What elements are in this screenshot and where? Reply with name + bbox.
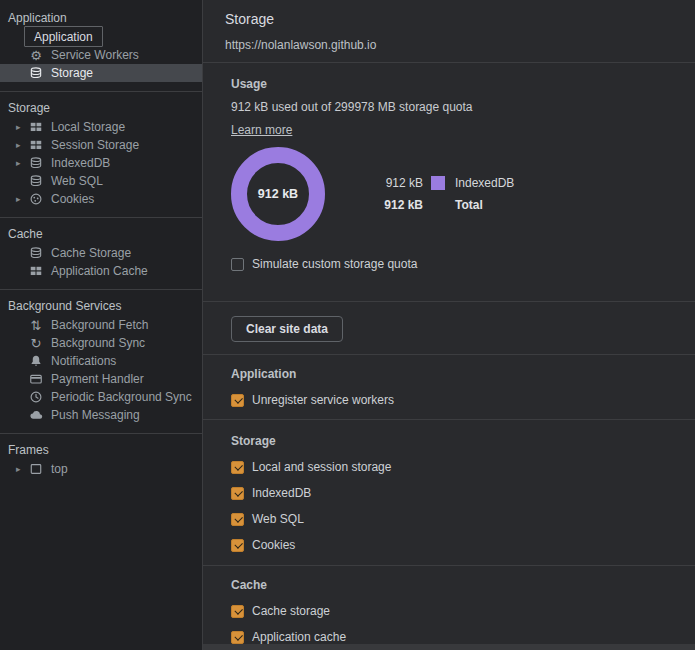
checkbox-label: IndexedDB [252, 486, 311, 500]
expand-triangle-icon[interactable]: ▸ [16, 465, 28, 474]
sidebar-item-label: Session Storage [51, 138, 139, 152]
indexeddb-color-swatch [431, 176, 445, 190]
sidebar-section-title: Background Services [0, 296, 202, 316]
sidebar-item-application-cache[interactable]: Application Cache [0, 262, 202, 280]
usage-summary: 912 kB used out of 299978 MB storage quo… [231, 100, 667, 114]
section-title: Cache [231, 578, 667, 592]
checkbox-label: Cache storage [252, 604, 330, 618]
expand-triangle-icon[interactable]: ▸ [16, 159, 28, 168]
unregister-service-workers-checkbox[interactable] [231, 394, 244, 407]
sidebar-section-title: Application [0, 8, 202, 28]
sidebar-item-manifest-hidden[interactable]: Application [0, 28, 202, 46]
sidebar-item-payment-handler[interactable]: Payment Handler [0, 370, 202, 388]
usage-header: Usage [231, 77, 667, 91]
sidebar-item-periodic-background-sync[interactable]: Periodic Background Sync [0, 388, 202, 406]
database-icon [28, 156, 44, 170]
checkbox-row: IndexedDB [231, 486, 667, 500]
clear-site-data-button[interactable]: Clear site data [231, 316, 343, 342]
indexeddb-checkbox[interactable] [231, 487, 244, 500]
sidebar-item-label: Local Storage [51, 120, 125, 134]
sidebar-item-label: Notifications [51, 354, 116, 368]
expand-triangle-icon[interactable]: ▸ [16, 123, 28, 132]
sidebar-section-background-services: Background Services ⇅ Background Fetch ↻… [0, 289, 202, 433]
checkbox-label: Application cache [252, 630, 346, 644]
checkbox-label: Unregister service workers [252, 393, 394, 407]
sidebar-item-label: Application Cache [51, 264, 148, 278]
sidebar-item-label: Storage [51, 66, 93, 80]
sidebar-item-label: Periodic Background Sync [51, 390, 192, 404]
table-icon [28, 264, 44, 278]
usage-legend: 912 kB IndexedDB 912 kB Total [373, 172, 514, 216]
expand-triangle-icon[interactable]: ▸ [16, 195, 28, 204]
sidebar-section-title: Frames [0, 440, 202, 460]
sidebar-item-web-sql[interactable]: Web SQL [0, 172, 202, 190]
clear-site-data-section: Clear site data [203, 302, 695, 354]
horizontal-scrollbar-track[interactable] [203, 644, 695, 650]
usage-section: Usage 912 kB used out of 299978 MB stora… [203, 63, 695, 301]
sync-icon: ↻ [28, 337, 44, 350]
legend-value: 912 kB [373, 176, 423, 190]
learn-more-link[interactable]: Learn more [231, 123, 292, 137]
checkbox-label: Web SQL [252, 512, 304, 526]
sidebar-item-label: Background Fetch [51, 318, 148, 332]
devtools-application-panel: Application Application ⚙ Service Worker… [0, 0, 695, 650]
clock-icon [28, 390, 44, 404]
simulate-quota-checkbox[interactable] [231, 258, 244, 271]
application-sidebar: Application Application ⚙ Service Worker… [0, 0, 203, 650]
sidebar-item-label: IndexedDB [51, 156, 110, 170]
legend-label: IndexedDB [455, 176, 514, 190]
sidebar-item-label: Service Workers [51, 48, 139, 62]
checkbox-row: Application cache [231, 630, 667, 644]
storage-view: Storage https://nolanlawson.github.io Us… [203, 0, 695, 650]
sidebar-item-storage[interactable]: Storage [0, 64, 202, 82]
expand-triangle-icon[interactable]: ▸ [16, 141, 28, 150]
application-tooltip: Application [24, 26, 103, 47]
sidebar-item-service-workers[interactable]: ⚙ Service Workers [0, 46, 202, 64]
checkbox-label: Cookies [252, 538, 295, 552]
sidebar-item-local-storage[interactable]: ▸ Local Storage [0, 118, 202, 136]
local-session-storage-checkbox[interactable] [231, 461, 244, 474]
cookies-checkbox[interactable] [231, 539, 244, 552]
sidebar-item-background-sync[interactable]: ↻ Background Sync [0, 334, 202, 352]
usage-chart-row: 912 kB 912 kB IndexedDB 912 kB Total [231, 147, 667, 241]
sidebar-item-label: Cookies [51, 192, 94, 206]
application-cache-checkbox[interactable] [231, 631, 244, 644]
origin-url: https://nolanlawson.github.io [225, 38, 673, 58]
database-icon [28, 246, 44, 260]
sidebar-item-indexeddb[interactable]: ▸ IndexedDB [0, 154, 202, 172]
clear-cache-section: Cache Cache storage Application cache [203, 566, 695, 644]
web-sql-checkbox[interactable] [231, 513, 244, 526]
legend-label: Total [455, 198, 483, 212]
sidebar-item-label: Cache Storage [51, 246, 131, 260]
sidebar-item-top-frame[interactable]: ▸ top [0, 460, 202, 478]
legend-row-indexeddb: 912 kB IndexedDB [373, 172, 514, 194]
sidebar-item-label: Background Sync [51, 336, 145, 350]
sidebar-section-title: Storage [0, 98, 202, 118]
bell-icon [28, 354, 44, 368]
frame-icon [28, 462, 44, 476]
table-icon [28, 120, 44, 134]
page-title: Storage [225, 10, 673, 28]
sidebar-item-cookies[interactable]: ▸ Cookies [0, 190, 202, 208]
sidebar-section-cache: Cache Cache Storage [0, 217, 202, 289]
checkbox-row: Cookies [231, 538, 667, 552]
checkbox-row: Web SQL [231, 512, 667, 526]
usage-donut-chart: 912 kB [231, 147, 325, 241]
legend-value: 912 kB [373, 198, 423, 212]
clear-storage-section: Storage Local and session storage Indexe… [203, 420, 695, 565]
checkbox-row: Unregister service workers [231, 393, 667, 407]
legend-row-total: 912 kB Total [373, 194, 514, 216]
sidebar-item-background-fetch[interactable]: ⇅ Background Fetch [0, 316, 202, 334]
storage-view-header: Storage https://nolanlawson.github.io [203, 0, 695, 63]
checkbox-row: Cache storage [231, 604, 667, 618]
sidebar-item-push-messaging[interactable]: Push Messaging [0, 406, 202, 424]
cache-storage-checkbox[interactable] [231, 605, 244, 618]
table-icon [28, 138, 44, 152]
sidebar-item-session-storage[interactable]: ▸ Session Storage [0, 136, 202, 154]
sidebar-item-label: top [51, 462, 68, 476]
checkbox-row: Local and session storage [231, 460, 667, 474]
sidebar-item-notifications[interactable]: Notifications [0, 352, 202, 370]
sidebar-item-cache-storage[interactable]: Cache Storage [0, 244, 202, 262]
sidebar-section-application: Application Application ⚙ Service Worker… [0, 0, 202, 91]
gear-icon: ⚙ [28, 49, 44, 62]
